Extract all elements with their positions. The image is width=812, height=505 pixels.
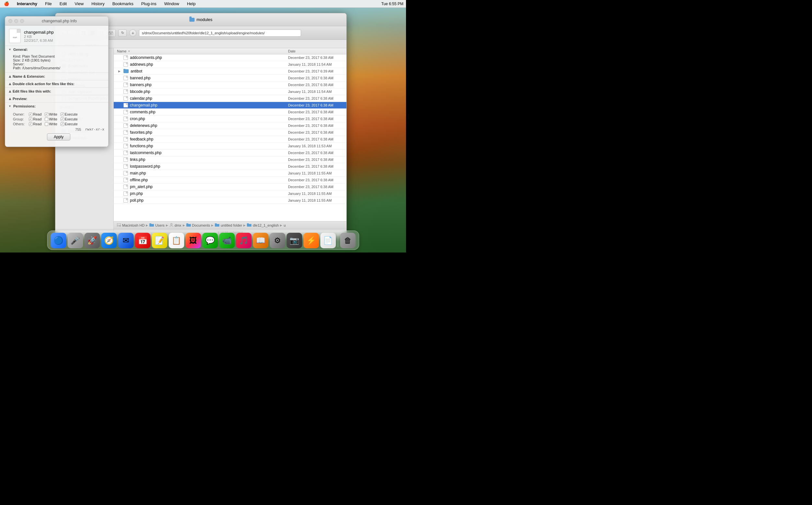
menu-file[interactable]: File xyxy=(44,1,53,7)
editfiles-header[interactable]: ▶ Edit files like this with: xyxy=(5,88,108,95)
dock-item-mail[interactable]: ✉ xyxy=(118,233,133,248)
table-row[interactable]: banned.phpDecember 23, 2017 6:38 AM xyxy=(114,75,346,81)
others-label: Others: xyxy=(13,122,27,126)
owner-write-checkbox[interactable]: Write xyxy=(45,112,57,116)
breadcrumb-item[interactable]: untitled folder xyxy=(215,223,242,227)
table-row[interactable]: addcomments.phpDecember 23, 2017 6:38 AM xyxy=(114,54,346,61)
table-row[interactable]: deletenews.phpDecember 23, 2017 6:38 AM xyxy=(114,122,346,129)
table-row[interactable]: ▶antibotDecember 23, 2017 6:39 AM xyxy=(114,68,346,75)
dblclick-header[interactable]: ▶ Double click action for files like thi… xyxy=(5,80,108,88)
menu-view[interactable]: View xyxy=(73,1,85,7)
dock-item-music[interactable]: 🎵 xyxy=(236,233,251,248)
group-write-checkbox[interactable]: Write xyxy=(45,117,57,121)
others-read-checkbox[interactable]: Read xyxy=(29,122,41,126)
table-row[interactable]: poll.phpJanuary 11, 2018 11:55 AM xyxy=(114,197,346,204)
group-execute-checkbox[interactable]: Execute xyxy=(61,117,78,121)
menu-window[interactable]: Window xyxy=(163,1,181,7)
group-read-checkbox[interactable]: Read xyxy=(29,117,41,121)
apply-button[interactable]: Apply xyxy=(47,133,70,141)
menu-history[interactable]: History xyxy=(90,1,106,7)
file-date-cell: January 11, 2018 11:55 AM xyxy=(285,171,346,175)
table-row[interactable]: changemail.phpDecember 23, 2017 6:38 AM xyxy=(114,102,346,109)
breadcrumb-item[interactable]: dmx xyxy=(169,223,182,227)
size-row: Size: 2 KB (1901 bytes) xyxy=(13,58,104,62)
table-row[interactable]: cron.phpDecember 23, 2017 6:38 AM xyxy=(114,116,346,122)
menu-help[interactable]: Help xyxy=(186,1,197,7)
maximize-button[interactable] xyxy=(20,19,24,23)
apple-menu[interactable]: 🍎 xyxy=(3,1,10,7)
owner-execute-checkbox[interactable]: Execute xyxy=(61,112,78,116)
dock-item-system-settings[interactable]: ⚙ xyxy=(269,233,285,248)
file-name-cell: functions.php xyxy=(114,144,285,148)
file-date-cell: December 23, 2017 6:38 AM xyxy=(285,56,346,59)
file-list-container[interactable]: Name ▼ Date addcomments.phpDecember 23, … xyxy=(114,48,346,221)
dock-item-facetime[interactable]: 📹 xyxy=(219,233,235,248)
dock-item-notes[interactable]: 📝 xyxy=(152,233,167,248)
menu-edit[interactable]: Edit xyxy=(58,1,68,7)
dock-item-messages[interactable]: 💬 xyxy=(202,233,218,248)
permissions-header[interactable]: ▼ Permissions: xyxy=(5,103,108,110)
col-date[interactable]: Date xyxy=(285,49,346,53)
breadcrumb-item[interactable]: dle12_1_english xyxy=(247,223,279,227)
table-row[interactable]: offline.phpDecember 23, 2017 6:38 AM xyxy=(114,177,346,184)
app-name[interactable]: Interarchy xyxy=(16,1,38,7)
table-row[interactable]: favorites.phpDecember 23, 2017 6:38 AM xyxy=(114,129,346,136)
col-name[interactable]: Name ▼ xyxy=(114,49,285,53)
file-name-cell: pm_alert.php xyxy=(114,184,285,189)
info-file-header: PHP changemail.php 2 KB 12/23/17, 6:38 A… xyxy=(5,26,108,46)
dock-item-books[interactable]: 📖 xyxy=(253,233,268,248)
dock-item-reminders[interactable]: 📋 xyxy=(168,233,184,248)
others-execute-checkbox[interactable]: Execute xyxy=(61,122,78,126)
table-row[interactable]: pm.phpJanuary 11, 2018 11:55 AM xyxy=(114,190,346,197)
table-row[interactable]: comments.phpDecember 23, 2017 6:38 AM xyxy=(114,109,346,116)
dock-item-new-document[interactable]: 📄 xyxy=(320,233,336,248)
file-name-text: banned.php xyxy=(130,76,150,80)
preview-label: Preview: xyxy=(13,97,27,101)
add-button[interactable]: + xyxy=(129,29,136,37)
minimize-button[interactable] xyxy=(14,19,18,23)
close-button[interactable] xyxy=(8,19,12,23)
dock-item-finder[interactable]: 🔵 xyxy=(50,233,66,248)
dock-item-trash[interactable]: 🗑 xyxy=(340,233,355,248)
dock-item-gyroflow[interactable]: 📷 xyxy=(286,233,302,248)
table-row[interactable]: bbcode.phpJanuary 11, 2018 11:54 AM xyxy=(114,89,346,95)
group-execute-label: Execute xyxy=(65,117,78,121)
table-row[interactable]: addnews.phpJanuary 11, 2018 11:54 AM xyxy=(114,61,346,68)
table-row[interactable]: main.phpJanuary 11, 2018 11:55 AM xyxy=(114,170,346,177)
dock-item-rocket[interactable]: 🚀 xyxy=(84,233,100,248)
menu-plugins[interactable]: Plug-ins xyxy=(140,1,158,7)
file-date-cell: December 23, 2017 6:38 AM xyxy=(285,151,346,155)
breadcrumb-item[interactable]: u xyxy=(283,223,285,227)
dock-item-safari[interactable]: 🧭 xyxy=(101,233,117,248)
table-row[interactable]: calendar.phpDecember 23, 2017 6:38 AM xyxy=(114,95,346,102)
menu-bookmarks[interactable]: Bookmarks xyxy=(111,1,135,7)
owner-write-box xyxy=(45,113,48,116)
table-row[interactable]: links.phpDecember 23, 2017 6:38 AM xyxy=(114,156,346,163)
file-name-cell: deletenews.php xyxy=(114,123,285,128)
others-write-checkbox[interactable]: Write xyxy=(45,122,57,126)
breadcrumb-item[interactable]: Documents xyxy=(186,223,210,227)
general-header[interactable]: ▼ General: xyxy=(5,46,108,53)
dock-item-calendar[interactable]: 📅 xyxy=(135,233,150,248)
dock-item-thunder[interactable]: ⚡ xyxy=(303,233,319,248)
file-date-cell: January 11, 2018 11:55 AM xyxy=(285,192,346,195)
general-section: ▼ General: Kind: Plain Text Document Siz… xyxy=(5,46,108,73)
table-row[interactable]: feedback.phpDecember 23, 2017 6:38 AM xyxy=(114,136,346,143)
breadcrumb-item[interactable]: Macintosh HD xyxy=(117,223,144,227)
refresh-button[interactable]: ↻ xyxy=(118,29,127,37)
file-name-cell: banned.php xyxy=(114,76,285,80)
table-row[interactable]: lastcomments.phpDecember 23, 2017 6:38 A… xyxy=(114,150,346,156)
table-row[interactable]: pm_alert.phpDecember 23, 2017 6:38 AM xyxy=(114,184,346,190)
name-header[interactable]: ▶ Name & Extension: xyxy=(5,73,108,80)
address-bar[interactable]: s/dmx/Documents/untitled%20folder/dle12_… xyxy=(139,29,301,37)
breadcrumb-item[interactable]: Users xyxy=(149,223,164,227)
dock-item-photos[interactable]: 🖼 xyxy=(185,233,201,248)
breadcrumb-separator: ▶ xyxy=(243,224,246,227)
table-row[interactable]: banners.phpDecember 23, 2017 6:38 AM xyxy=(114,81,346,89)
folder-expander[interactable]: ▶ xyxy=(117,69,121,73)
preview-header[interactable]: ▶ Preview: xyxy=(5,95,108,102)
table-row[interactable]: lostpassword.phpDecember 23, 2017 6:38 A… xyxy=(114,163,346,170)
owner-read-checkbox[interactable]: Read xyxy=(29,112,41,116)
dock-item-siri[interactable]: 🎤 xyxy=(68,233,83,248)
table-row[interactable]: functions.phpJanuary 16, 2018 11:53 AM xyxy=(114,143,346,150)
